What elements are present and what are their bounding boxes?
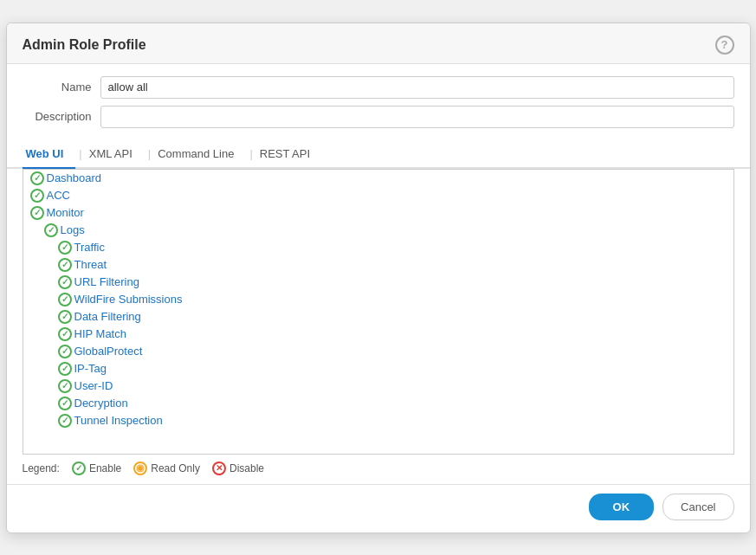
readonly-icon: ◉ — [133, 461, 147, 475]
tree-item[interactable]: ✓Dashboard — [23, 170, 733, 187]
tree-item-icon: ✓ — [58, 345, 72, 358]
tree-item-label: Tunnel Inspection — [74, 414, 163, 427]
dialog-title: Admin Role Profile — [23, 37, 146, 53]
enable-icon: ✓ — [58, 379, 72, 393]
legend-disable-label: Disable — [229, 462, 264, 474]
tree-item-label: WildFire Submissions — [74, 293, 183, 306]
tree-item-label: ACC — [47, 189, 70, 202]
tab-sep-1: | — [75, 147, 85, 160]
tree-item[interactable]: ✓Traffic — [23, 239, 733, 256]
enable-icon: ✓ — [58, 362, 72, 376]
enable-icon: ✓ — [58, 258, 72, 272]
dialog-header: Admin Role Profile ? — [7, 23, 750, 64]
enable-icon: ✓ — [58, 345, 72, 358]
enable-icon: ✓ — [30, 171, 44, 185]
tree-item[interactable]: ✓Decryption — [23, 395, 733, 412]
legend-enable: ✓ Enable — [72, 461, 121, 475]
tab-xml-api[interactable]: XML API — [86, 140, 145, 169]
legend-enable-label: Enable — [89, 462, 121, 474]
enable-icon: ✓ — [30, 206, 44, 220]
form-area: Name Description — [7, 64, 750, 140]
tree-item[interactable]: ✓ACC — [23, 187, 733, 204]
tree-item-icon: ✓ — [58, 258, 72, 272]
tab-sep-3: | — [246, 147, 255, 160]
tree-item-icon: ✓ — [58, 275, 72, 289]
legend-readonly-label: Read Only — [151, 462, 200, 474]
tab-sep-2: | — [145, 147, 154, 160]
tree-item-label: Traffic — [74, 241, 105, 254]
name-row: Name — [23, 76, 734, 99]
tree-item[interactable]: ✓Data Filtering — [23, 308, 733, 326]
enable-icon: ✓ — [58, 327, 72, 341]
tree-item[interactable]: ✓WildFire Submissions — [23, 291, 733, 308]
tree-item-icon: ✓ — [30, 171, 44, 185]
enable-icon: ✓ — [58, 293, 72, 307]
tree-item[interactable]: ✓Tunnel Inspection — [23, 412, 733, 429]
tabs-row: Web UI | XML API | Command Line | REST A… — [7, 140, 750, 169]
enable-icon: ✓ — [30, 189, 44, 203]
enable-icon: ✓ — [44, 223, 58, 237]
enable-icon: ✓ — [58, 275, 72, 289]
tree-item-label: Decryption — [74, 397, 128, 410]
tree-item-label: Monitor — [47, 206, 84, 219]
name-label: Name — [23, 81, 100, 94]
tree-item-icon: ✓ — [58, 293, 72, 307]
tree-item-icon: ✓ — [58, 379, 72, 393]
enable-icon: ✓ — [58, 241, 72, 255]
tree-item[interactable]: ✓Logs — [23, 222, 733, 239]
disable-icon: ✕ — [212, 461, 226, 475]
tree-item-label: IP-Tag — [74, 362, 107, 375]
tree-item[interactable]: ✓HIP Match — [23, 326, 733, 343]
tree-item[interactable]: ✓User-ID — [23, 378, 733, 395]
enable-icon: ✓ — [72, 461, 86, 475]
cancel-button[interactable]: Cancel — [662, 494, 733, 520]
tree-item-label: Threat — [74, 258, 107, 271]
tree-item-label: Logs — [61, 223, 85, 236]
enable-icon: ✓ — [58, 414, 72, 428]
enable-icon: ✓ — [58, 397, 72, 410]
tree-item-icon: ✓ — [30, 206, 44, 220]
legend-disable: ✕ Disable — [212, 461, 264, 475]
tree-item-icon: ✓ — [58, 310, 72, 324]
tree-item-label: Dashboard — [47, 171, 102, 184]
tree-item-icon: ✓ — [30, 189, 44, 203]
tree-item-label: HIP Match — [74, 327, 126, 340]
admin-role-profile-dialog: Admin Role Profile ? Name Description We… — [6, 23, 751, 533]
ok-button[interactable]: OK — [589, 494, 655, 520]
tree-item-label: User-ID — [74, 379, 113, 392]
tab-web-ui[interactable]: Web UI — [23, 140, 76, 169]
description-input[interactable] — [100, 106, 734, 128]
tree-item-icon: ✓ — [58, 362, 72, 376]
dialog-footer: OK Cancel — [7, 484, 750, 532]
legend-readonly: ◉ Read Only — [133, 461, 200, 475]
tree-item-icon: ✓ — [58, 327, 72, 341]
legend-prefix: Legend: — [23, 462, 60, 474]
tree-item-icon: ✓ — [58, 241, 72, 255]
tree-container[interactable]: ✓Dashboard✓ACC✓Monitor✓Logs✓Traffic✓Thre… — [23, 169, 734, 455]
tree-item[interactable]: ✓GlobalProtect — [23, 343, 733, 360]
tree-item-icon: ✓ — [58, 397, 72, 410]
tree-item-label: URL Filtering — [74, 275, 139, 288]
name-input[interactable] — [100, 76, 734, 99]
tree-item-icon: ✓ — [44, 223, 58, 237]
tree-item[interactable]: ✓URL Filtering — [23, 274, 733, 291]
tab-command-line[interactable]: Command Line — [154, 140, 246, 169]
tree-item-label: GlobalProtect — [74, 345, 143, 358]
tab-rest-api[interactable]: REST API — [256, 140, 322, 169]
tree-item[interactable]: ✓Threat — [23, 256, 733, 274]
tree-item-icon: ✓ — [58, 414, 72, 428]
legend-row: Legend: ✓ Enable ◉ Read Only ✕ Disable — [7, 455, 750, 484]
tree-item-label: Data Filtering — [74, 310, 141, 323]
tree-item[interactable]: ✓Monitor — [23, 204, 733, 222]
description-label: Description — [23, 110, 100, 123]
tree-item[interactable]: ✓IP-Tag — [23, 360, 733, 378]
enable-icon: ✓ — [58, 310, 72, 324]
help-icon[interactable]: ? — [715, 35, 734, 55]
description-row: Description — [23, 106, 734, 128]
